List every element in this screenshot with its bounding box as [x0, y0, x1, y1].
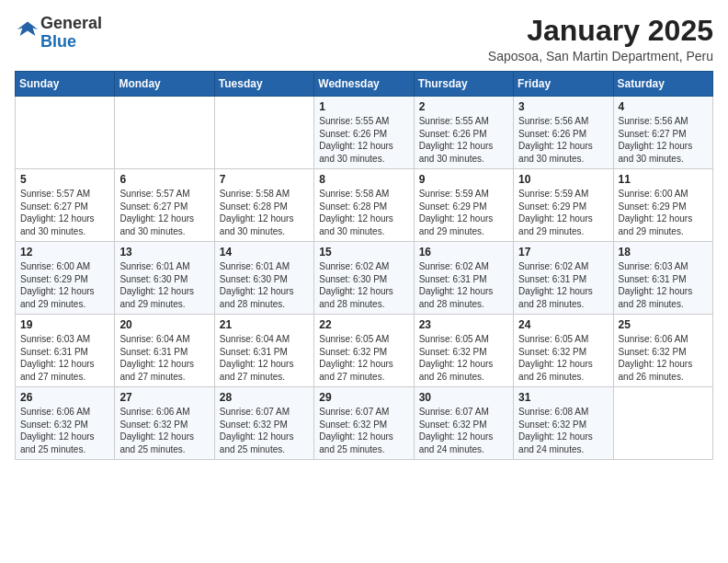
day-info: Sunrise: 5:59 AM Sunset: 6:29 PM Dayligh…: [419, 188, 508, 237]
day-number: 8: [319, 173, 408, 186]
day-info: Sunrise: 6:05 AM Sunset: 6:32 PM Dayligh…: [319, 333, 408, 383]
day-number: 6: [119, 173, 209, 186]
calendar-cell: 17Sunrise: 6:02 AM Sunset: 6:31 PM Dayli…: [514, 242, 613, 315]
month-title: January 2025: [488, 15, 713, 47]
calendar-cell: 10Sunrise: 5:59 AM Sunset: 6:29 PM Dayli…: [514, 169, 613, 242]
title-block: January 2025 Saposoa, San Martin Departm…: [488, 15, 713, 63]
calendar-cell: 24Sunrise: 6:05 AM Sunset: 6:32 PM Dayli…: [514, 315, 613, 387]
day-number: 21: [220, 318, 309, 331]
day-number: 7: [220, 173, 309, 186]
day-info: Sunrise: 6:06 AM Sunset: 6:32 PM Dayligh…: [20, 406, 109, 455]
col-monday: Monday: [115, 72, 214, 97]
calendar-cell: [214, 97, 313, 169]
header-row: Sunday Monday Tuesday Wednesday Thursday…: [16, 72, 713, 97]
day-number: 12: [20, 246, 109, 259]
calendar-week-0: 1Sunrise: 5:55 AM Sunset: 6:26 PM Daylig…: [16, 97, 713, 169]
day-number: 22: [319, 318, 408, 331]
day-number: 31: [518, 391, 608, 404]
day-number: 14: [220, 246, 309, 259]
svg-marker-0: [17, 21, 38, 35]
day-info: Sunrise: 5:57 AM Sunset: 6:27 PM Dayligh…: [119, 188, 209, 237]
day-info: Sunrise: 6:02 AM Sunset: 6:31 PM Dayligh…: [518, 260, 608, 310]
day-number: 19: [20, 318, 109, 331]
day-number: 28: [220, 391, 309, 404]
day-info: Sunrise: 6:01 AM Sunset: 6:30 PM Dayligh…: [220, 260, 309, 310]
day-number: 18: [619, 246, 708, 259]
day-number: 10: [518, 173, 608, 186]
day-number: 30: [419, 391, 508, 404]
calendar-cell: 28Sunrise: 6:07 AM Sunset: 6:32 PM Dayli…: [214, 387, 313, 460]
day-info: Sunrise: 6:05 AM Sunset: 6:32 PM Dayligh…: [419, 333, 508, 383]
day-number: 15: [319, 246, 408, 259]
day-number: 2: [419, 100, 508, 113]
day-number: 25: [619, 318, 708, 331]
header: GeneralBlue January 2025 Saposoa, San Ma…: [15, 15, 713, 63]
col-friday: Friday: [514, 72, 613, 97]
location-subtitle: Saposoa, San Martin Department, Peru: [488, 49, 713, 63]
day-number: 29: [319, 391, 408, 404]
logo-blue: Blue: [40, 32, 76, 51]
calendar-cell: 8Sunrise: 5:58 AM Sunset: 6:28 PM Daylig…: [314, 169, 414, 242]
calendar-cell: 12Sunrise: 6:00 AM Sunset: 6:29 PM Dayli…: [16, 242, 115, 315]
day-info: Sunrise: 5:57 AM Sunset: 6:27 PM Dayligh…: [20, 188, 109, 237]
calendar-cell: 21Sunrise: 6:04 AM Sunset: 6:31 PM Dayli…: [214, 315, 313, 387]
day-info: Sunrise: 6:04 AM Sunset: 6:31 PM Dayligh…: [220, 333, 309, 383]
calendar-week-1: 5Sunrise: 5:57 AM Sunset: 6:27 PM Daylig…: [16, 169, 713, 242]
day-info: Sunrise: 6:05 AM Sunset: 6:32 PM Dayligh…: [518, 333, 608, 383]
col-wednesday: Wednesday: [314, 72, 414, 97]
col-tuesday: Tuesday: [214, 72, 313, 97]
calendar-table: Sunday Monday Tuesday Wednesday Thursday…: [15, 71, 713, 460]
col-thursday: Thursday: [414, 72, 513, 97]
calendar-cell: 25Sunrise: 6:06 AM Sunset: 6:32 PM Dayli…: [613, 315, 712, 387]
day-info: Sunrise: 6:06 AM Sunset: 6:32 PM Dayligh…: [119, 406, 209, 455]
day-number: 11: [619, 173, 708, 186]
calendar-cell: [613, 387, 712, 460]
day-info: Sunrise: 6:08 AM Sunset: 6:32 PM Dayligh…: [518, 406, 608, 455]
calendar-cell: [16, 97, 115, 169]
day-number: 5: [20, 173, 109, 186]
calendar-cell: 22Sunrise: 6:05 AM Sunset: 6:32 PM Dayli…: [314, 315, 414, 387]
day-number: 24: [518, 318, 608, 331]
calendar-cell: 11Sunrise: 6:00 AM Sunset: 6:29 PM Dayli…: [613, 169, 712, 242]
calendar-cell: 27Sunrise: 6:06 AM Sunset: 6:32 PM Dayli…: [115, 387, 214, 460]
day-info: Sunrise: 6:07 AM Sunset: 6:32 PM Dayligh…: [419, 406, 508, 455]
logo: GeneralBlue: [15, 15, 102, 52]
calendar-week-4: 26Sunrise: 6:06 AM Sunset: 6:32 PM Dayli…: [16, 387, 713, 460]
logo-text: GeneralBlue: [40, 15, 102, 52]
day-info: Sunrise: 6:06 AM Sunset: 6:32 PM Dayligh…: [619, 333, 708, 383]
col-saturday: Saturday: [613, 72, 712, 97]
day-number: 26: [20, 391, 109, 404]
day-info: Sunrise: 5:56 AM Sunset: 6:27 PM Dayligh…: [619, 115, 708, 165]
logo-icon: [15, 17, 40, 42]
day-info: Sunrise: 6:00 AM Sunset: 6:29 PM Dayligh…: [20, 260, 109, 310]
calendar-cell: 29Sunrise: 6:07 AM Sunset: 6:32 PM Dayli…: [314, 387, 414, 460]
calendar-cell: 14Sunrise: 6:01 AM Sunset: 6:30 PM Dayli…: [214, 242, 313, 315]
calendar-cell: 26Sunrise: 6:06 AM Sunset: 6:32 PM Dayli…: [16, 387, 115, 460]
calendar-cell: 9Sunrise: 5:59 AM Sunset: 6:29 PM Daylig…: [414, 169, 513, 242]
col-sunday: Sunday: [16, 72, 115, 97]
day-number: 4: [619, 100, 708, 113]
day-info: Sunrise: 6:03 AM Sunset: 6:31 PM Dayligh…: [619, 260, 708, 310]
day-info: Sunrise: 6:07 AM Sunset: 6:32 PM Dayligh…: [319, 406, 408, 455]
day-info: Sunrise: 5:56 AM Sunset: 6:26 PM Dayligh…: [518, 115, 608, 165]
day-info: Sunrise: 5:58 AM Sunset: 6:28 PM Dayligh…: [220, 188, 309, 237]
day-info: Sunrise: 6:04 AM Sunset: 6:31 PM Dayligh…: [119, 333, 209, 383]
day-info: Sunrise: 6:00 AM Sunset: 6:29 PM Dayligh…: [619, 188, 708, 237]
calendar-cell: 6Sunrise: 5:57 AM Sunset: 6:27 PM Daylig…: [115, 169, 214, 242]
calendar-cell: 19Sunrise: 6:03 AM Sunset: 6:31 PM Dayli…: [16, 315, 115, 387]
day-info: Sunrise: 6:02 AM Sunset: 6:30 PM Dayligh…: [319, 260, 408, 310]
day-info: Sunrise: 6:02 AM Sunset: 6:31 PM Dayligh…: [419, 260, 508, 310]
day-number: 17: [518, 246, 608, 259]
day-info: Sunrise: 6:01 AM Sunset: 6:30 PM Dayligh…: [119, 260, 209, 310]
day-number: 1: [319, 100, 408, 113]
calendar-week-3: 19Sunrise: 6:03 AM Sunset: 6:31 PM Dayli…: [16, 315, 713, 387]
calendar-cell: 18Sunrise: 6:03 AM Sunset: 6:31 PM Dayli…: [613, 242, 712, 315]
calendar-cell: 5Sunrise: 5:57 AM Sunset: 6:27 PM Daylig…: [16, 169, 115, 242]
day-number: 20: [119, 318, 209, 331]
calendar-cell: 23Sunrise: 6:05 AM Sunset: 6:32 PM Dayli…: [414, 315, 513, 387]
day-info: Sunrise: 5:55 AM Sunset: 6:26 PM Dayligh…: [419, 115, 508, 165]
calendar-cell: 30Sunrise: 6:07 AM Sunset: 6:32 PM Dayli…: [414, 387, 513, 460]
day-number: 27: [119, 391, 209, 404]
calendar-cell: 31Sunrise: 6:08 AM Sunset: 6:32 PM Dayli…: [514, 387, 613, 460]
calendar-cell: 7Sunrise: 5:58 AM Sunset: 6:28 PM Daylig…: [214, 169, 313, 242]
